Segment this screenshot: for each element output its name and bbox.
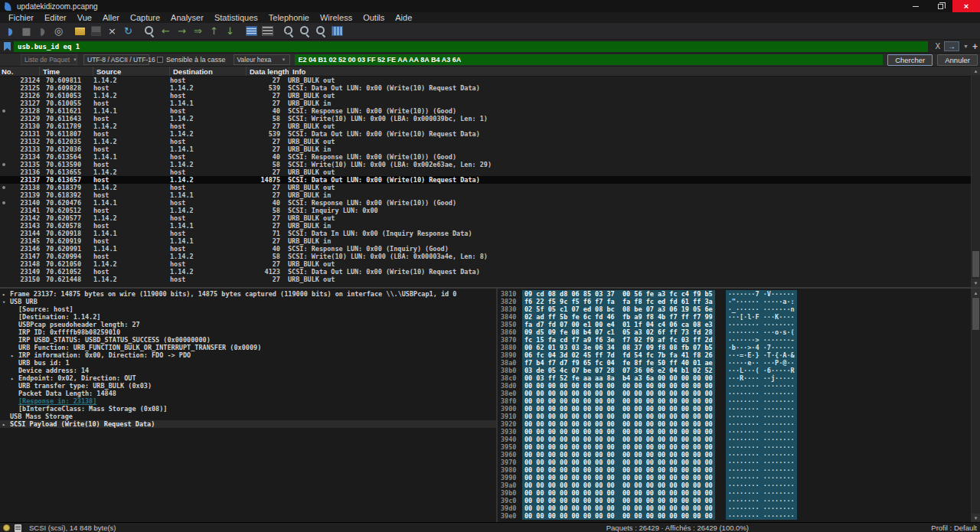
table-row[interactable]: 2314270.6205771.14.2host27URB_BULK out <box>0 214 980 222</box>
hex-row[interactable]: 399000 00 00 00 00 00 00 00 00 00 00 00 … <box>498 474 980 481</box>
detail-line[interactable]: [Destination: 1.14.2] <box>0 313 496 321</box>
zoom-out-icon[interactable]: − <box>297 24 313 38</box>
table-row[interactable]: 2312570.609828host1.14.2539SCSI: Data Ou… <box>0 84 980 92</box>
table-row[interactable]: 2313070.6117891.14.2host27URB_BULK out <box>0 122 980 130</box>
close-file-icon[interactable]: × <box>104 24 120 38</box>
hex-row[interactable]: 393000 00 00 00 00 00 00 00 00 00 00 00 … <box>498 428 980 436</box>
scrollbar-thumb[interactable] <box>972 298 979 330</box>
hex-bytes[interactable]: 00 00 00 00 00 00 00 00 00 00 00 00 00 0… <box>522 390 715 397</box>
hex-row[interactable]: 398000 00 00 00 00 00 00 00 00 00 00 00 … <box>498 466 980 474</box>
detail-line[interactable]: ▸SCSI Payload (Write(10) Request Data) <box>0 420 496 428</box>
hex-bytes[interactable]: 00 00 00 00 00 00 00 00 00 00 00 00 00 0… <box>522 489 715 497</box>
cancel-button[interactable]: Annuler <box>937 54 978 66</box>
autoscroll-icon[interactable] <box>260 24 276 38</box>
hex-ascii[interactable]: ········ ········ <box>726 443 797 451</box>
menu-analyser[interactable]: Analyser <box>165 12 209 23</box>
expander-icon[interactable]: ▸ <box>2 421 10 429</box>
hex-row[interactable]: 392000 00 00 00 00 00 00 00 00 00 00 00 … <box>498 420 980 428</box>
hex-row[interactable]: 39c000 00 00 00 00 00 00 00 00 00 00 00 … <box>498 497 980 504</box>
hex-ascii[interactable]: ········ ········ <box>726 420 797 428</box>
find-type-select[interactable]: Valeur hexa▼ <box>234 54 290 65</box>
hex-bytes[interactable]: 00 00 00 00 00 00 00 00 00 00 00 00 00 0… <box>522 436 715 443</box>
menu-capture[interactable]: Capture <box>125 12 165 23</box>
hex-ascii[interactable]: ········ ········ <box>726 466 797 474</box>
close-button[interactable]: × <box>952 0 980 12</box>
hex-bytes[interactable]: 00 03 ff 52 fe aa aa 8a b4 a3 6a 00 00 0… <box>522 374 715 382</box>
table-row[interactable]: 2312770.610055host1.14.127URB_BULK in <box>0 100 980 107</box>
filter-apply-icon[interactable]: → <box>944 41 959 51</box>
column-header-no[interactable]: No. <box>0 67 40 76</box>
go-to-packet-icon[interactable]: ⇒ <box>190 24 206 38</box>
table-row[interactable]: 2314670.6209911.14.1host40SCSI: Response… <box>0 245 980 253</box>
find-input[interactable] <box>295 54 884 65</box>
hex-ascii[interactable]: ········ ········ <box>726 451 797 459</box>
find-scope-select[interactable]: Liste de Paquet▼ <box>21 54 77 65</box>
hex-ascii[interactable]: ········ ········ <box>726 428 797 436</box>
status-profile[interactable]: Profil : Default <box>931 524 977 532</box>
hex-bytes[interactable]: 00 00 00 00 00 00 00 00 00 00 00 00 00 0… <box>522 504 715 512</box>
resize-columns-icon[interactable] <box>329 24 345 38</box>
hex-bytes[interactable]: 02 ad ff 5b fe 6c fd 46 fb a9 f8 4b f7 f… <box>522 313 715 321</box>
hex-ascii[interactable]: ········ ········ <box>726 459 797 466</box>
hex-row[interactable]: 38f000 00 00 00 00 00 00 00 00 00 00 00 … <box>498 397 980 405</box>
hex-row[interactable]: 3820f6 22 f5 9c f5 f6 f7 fa fa f8 fc ed … <box>498 298 980 305</box>
capture-comment-icon[interactable] <box>15 524 21 532</box>
filter-add-icon[interactable]: + <box>972 41 978 52</box>
hex-ascii[interactable]: ···L···( ·6·····R <box>726 367 797 374</box>
open-file-icon[interactable] <box>72 24 88 38</box>
table-row[interactable]: 2312870.6116211.14.1host40SCSI: Response… <box>0 107 980 115</box>
start-capture-icon[interactable]: ◗ <box>2 24 18 38</box>
scroll-down-icon[interactable]: ▼ <box>972 514 980 522</box>
detail-line[interactable]: USBPcap pseudoheader length: 27 <box>0 321 496 328</box>
scroll-down-icon[interactable]: ▼ <box>972 279 980 287</box>
case-sensitive-option[interactable]: Sensible à la casse <box>157 56 226 64</box>
hex-row[interactable]: 3850fa d7 fd 07 00 e1 00 e4 01 1f 04 c4 … <box>498 321 980 328</box>
hex-bytes[interactable]: f6 22 f5 9c f5 f6 f7 fa fa f8 fc ed fd 6… <box>522 298 715 305</box>
hex-ascii[interactable]: ···R···· ··j····· <box>726 374 797 382</box>
hex-row[interactable]: 39d000 00 00 00 00 00 00 00 00 00 00 00 … <box>498 504 980 512</box>
table-row[interactable]: 2314470.6209181.14.1host71SCSI: Data In … <box>0 230 980 237</box>
hex-row[interactable]: 396000 00 00 00 00 00 00 00 00 00 00 00 … <box>498 451 980 459</box>
hex-ascii[interactable]: ········ ········ <box>726 405 797 413</box>
detail-line[interactable]: URB transfer type: URB_BULK (0x03) <box>0 382 496 390</box>
hex-bytes[interactable]: 00 00 00 00 00 00 00 00 00 00 00 00 00 0… <box>522 443 715 451</box>
hex-row[interactable]: 389006 fc 04 3d 02 45 ff 7d fd 54 fc 7b … <box>498 351 980 359</box>
table-row[interactable]: 2314570.620919host1.14.127URB_BULK in <box>0 237 980 245</box>
detail-line[interactable]: ▾USB URB <box>0 298 496 305</box>
column-header-time[interactable]: Time <box>40 67 93 76</box>
table-row[interactable]: 2312970.611643host1.14.258SCSI: Write(10… <box>0 115 980 122</box>
hex-row[interactable]: 38b003 de 05 4c 07 be 07 28 07 36 06 e2 … <box>498 367 980 374</box>
scroll-up-icon[interactable]: ▲ <box>972 289 980 297</box>
hex-ascii[interactable]: ········ ········ <box>726 436 797 443</box>
hex-ascii[interactable]: ·_······ ·······n <box>726 305 797 313</box>
detail-line[interactable]: Device address: 14 <box>0 367 496 374</box>
menu-vue[interactable]: Vue <box>72 12 97 23</box>
packet-list-scrollbar[interactable]: ▲ ▼ <box>971 67 980 287</box>
detail-line[interactable]: URB Function: URB_FUNCTION_BULK_OR_INTER… <box>0 344 496 351</box>
hex-bytes[interactable]: 02 5f 05 c1 07 ed 08 bc 08 be 07 a3 06 1… <box>522 305 715 313</box>
capture-options-icon[interactable]: ◎ <box>51 24 67 38</box>
filter-bookmark-icon[interactable] <box>4 42 11 51</box>
table-row[interactable]: 2315070.6214481.14.2host27URB_BULK out <box>0 276 980 283</box>
hex-row[interactable]: 38d000 00 00 00 00 00 00 00 00 00 00 00 … <box>498 382 980 390</box>
hex-ascii[interactable]: ········ ········ <box>726 390 797 397</box>
table-row[interactable]: 2312470.6098111.14.2host27URB_BULK out <box>0 77 980 84</box>
hex-row[interactable]: 38a0f7 b4 f7 d7 f9 65 fc 04 fe 8f fe 50 … <box>498 359 980 367</box>
hex-ascii[interactable]: ·"······ ·····a·: <box>726 298 797 305</box>
hex-ascii[interactable]: ········ ········ <box>726 474 797 481</box>
find-packet-icon[interactable] <box>142 24 158 38</box>
hex-bytes[interactable]: 09 cd 08 d8 06 85 03 37 00 56 fe a3 fc c… <box>522 290 715 298</box>
zoom-in-icon[interactable]: + <box>281 24 297 38</box>
hex-ascii[interactable]: ········ ········ <box>726 321 797 328</box>
table-row[interactable]: 2314770.620994host1.14.258SCSI: Write(10… <box>0 253 980 260</box>
hex-row[interactable]: 395000 00 00 00 00 00 00 00 00 00 00 00 … <box>498 443 980 451</box>
hex-bytes[interactable]: f7 b4 f7 d7 f9 65 fc 04 fe 8f fe 50 ff 4… <box>522 359 715 367</box>
save-file-icon[interactable] <box>88 24 104 38</box>
expander-icon[interactable]: ▾ <box>2 299 10 306</box>
detail-line[interactable]: IRP ID: 0xffffb98b08259010 <box>0 328 496 336</box>
detail-line[interactable]: Packet Data Length: 14848 <box>0 390 496 397</box>
detail-line[interactable]: [bInterfaceClass: Mass Storage (0x08)] <box>0 405 496 413</box>
scrollbar-thumb[interactable] <box>972 251 979 277</box>
detail-line[interactable]: [Source: host] <box>0 305 496 313</box>
hex-ascii[interactable]: ········ ········ <box>726 497 797 504</box>
